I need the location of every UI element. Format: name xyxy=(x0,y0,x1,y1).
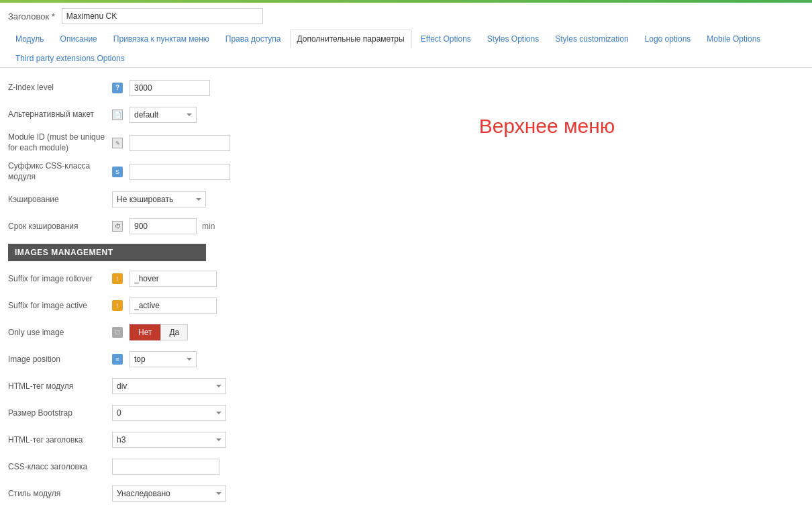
rollover-input[interactable] xyxy=(130,271,217,287)
zindex-label: Z-index level xyxy=(8,83,112,93)
image-position-select[interactable]: top bottom left right xyxy=(130,351,197,367)
rollover-row: Suffix for image rollover ! xyxy=(8,269,274,288)
cache-field-group: Не кэшировать Постоянное кэширование Про… xyxy=(112,191,206,207)
alt-layout-label: Альтернативный макет xyxy=(8,109,112,120)
active-suffix-label: Suffix for image active xyxy=(8,301,112,312)
html-tag-label: HTML-тег модуля xyxy=(8,381,112,392)
module-id-input[interactable] xyxy=(130,135,230,151)
heading-tag-row: HTML-тег заголовка h1 h2 h3 h4 h5 h6 xyxy=(8,430,274,449)
bootstrap-label: Размер Bootstrap xyxy=(8,408,112,419)
cache-label: Кэширование xyxy=(8,195,112,205)
only-image-icon: □ xyxy=(112,326,124,338)
image-position-row: Image position ≡ top bottom left right xyxy=(8,350,274,369)
content-area: Z-index level ? Альтернативный макет 📄 d… xyxy=(0,68,812,511)
alt-layout-select[interactable]: default xyxy=(130,107,197,123)
active-suffix-input[interactable] xyxy=(130,297,217,314)
css-suffix-icon: S xyxy=(112,166,124,178)
tab-prava[interactable]: Права доступа xyxy=(218,30,289,48)
only-image-info-icon: □ xyxy=(112,327,123,338)
title-input[interactable] xyxy=(62,8,263,24)
preview-text: Верхнее меню xyxy=(479,115,615,138)
tab-logo[interactable]: Logo options xyxy=(638,30,699,48)
heading-tag-select[interactable]: h1 h2 h3 h4 h5 h6 xyxy=(112,432,226,448)
only-image-yes-button[interactable]: Да xyxy=(160,324,188,340)
tab-privyazka[interactable]: Привязка к пунктам меню xyxy=(106,30,217,48)
title-label: Заголовок * xyxy=(8,11,55,21)
module-id-label: Module ID (must be unique for each modul… xyxy=(8,132,112,153)
image-position-icon: ≡ xyxy=(112,353,124,365)
image-position-field-group: ≡ top bottom left right xyxy=(112,351,197,367)
tab-effect[interactable]: Effect Options xyxy=(413,30,478,48)
active-suffix-icon: ! xyxy=(112,299,124,312)
alt-layout-page-icon: 📄 xyxy=(112,109,123,120)
tab-opisanie[interactable]: Описание xyxy=(53,30,105,48)
alt-layout-field-group: 📄 default xyxy=(112,107,197,123)
active-suffix-row: Suffix for image active ! xyxy=(8,296,274,315)
cache-row: Кэширование Не кэшировать Постоянное кэш… xyxy=(8,190,274,209)
html-tag-select[interactable]: div span section article xyxy=(112,378,226,394)
module-id-row: Module ID (must be unique for each modul… xyxy=(8,132,274,153)
module-style-label: Стиль модуля xyxy=(8,489,112,500)
active-suffix-warning-icon: ! xyxy=(112,300,123,311)
bootstrap-field-group: 0 1234 5678 9101112 xyxy=(112,405,226,421)
css-suffix-info-icon: S xyxy=(112,167,123,177)
rollover-field-group: ! xyxy=(112,271,217,287)
tab-third[interactable]: Third party extensions Options xyxy=(8,49,132,67)
cache-duration-field-group: ⏱ min xyxy=(112,218,215,234)
right-panel: Верхнее меню xyxy=(282,75,812,511)
css-suffix-row: Суффикс CSS-класса модуля S xyxy=(8,161,274,182)
cache-duration-input[interactable] xyxy=(130,218,197,234)
tab-dop[interactable]: Дополнительные параметры xyxy=(290,30,412,48)
zindex-icon: ? xyxy=(112,82,124,94)
only-image-no-button[interactable]: Нет xyxy=(130,324,160,340)
images-management-header: IMAGES MANAGEMENT xyxy=(8,244,206,261)
tab-modul[interactable]: Модуль xyxy=(8,30,52,48)
tab-mobile[interactable]: Mobile Options xyxy=(699,30,768,48)
module-style-field-group: Унаследовано Нет По умолчанию Rounded Ou… xyxy=(112,485,226,502)
zindex-input[interactable] xyxy=(130,80,210,96)
css-suffix-input[interactable] xyxy=(130,164,230,180)
css-class-field-group xyxy=(112,459,219,475)
cache-duration-suffix: min xyxy=(202,222,215,231)
css-class-input[interactable] xyxy=(112,459,219,475)
module-id-icon: ✎ xyxy=(112,137,124,149)
zindex-field-group: ? xyxy=(112,80,210,96)
css-suffix-label: Суффикс CSS-класса модуля xyxy=(8,161,112,182)
heading-tag-label: HTML-тег заголовка xyxy=(8,435,112,446)
active-suffix-field-group: ! xyxy=(112,297,217,314)
cache-duration-icon: ⏱ xyxy=(112,220,124,232)
header-row: Заголовок * xyxy=(0,3,812,30)
rollover-icon: ! xyxy=(112,273,124,285)
css-suffix-field-group: S xyxy=(112,164,230,180)
zindex-info-icon: ? xyxy=(112,83,123,93)
html-tag-row: HTML-тег модуля div span section article xyxy=(8,377,274,396)
only-image-label: Only use image xyxy=(8,328,112,338)
heading-tag-field-group: h1 h2 h3 h4 h5 h6 xyxy=(112,432,226,448)
alt-layout-icon: 📄 xyxy=(112,109,124,121)
image-position-label: Image position xyxy=(8,355,112,365)
only-image-row: Only use image □ Нет Да xyxy=(8,323,274,342)
module-style-select[interactable]: Унаследовано Нет По умолчанию Rounded Ou… xyxy=(112,485,226,502)
alt-layout-row: Альтернативный макет 📄 default xyxy=(8,105,274,124)
only-image-field-group: □ Нет Да xyxy=(112,324,188,340)
image-position-info-icon: ≡ xyxy=(112,354,123,365)
module-style-row: Стиль модуля Унаследовано Нет По умолчан… xyxy=(8,484,274,503)
tab-styles[interactable]: Styles Options xyxy=(480,30,546,48)
left-panel: Z-index level ? Альтернативный макет 📄 d… xyxy=(0,75,282,511)
cache-select[interactable]: Не кэшировать Постоянное кэширование Про… xyxy=(112,191,206,207)
rollover-warning-icon: ! xyxy=(112,273,123,284)
module-id-field-group: ✎ xyxy=(112,135,230,151)
module-id-page-icon: ✎ xyxy=(112,138,123,148)
only-image-btn-group: Нет Да xyxy=(130,324,188,340)
zindex-row: Z-index level ? xyxy=(8,79,274,97)
cache-duration-row: Срок кэширования ⏱ min xyxy=(8,217,274,236)
rollover-label: Suffix for image rollover xyxy=(8,274,112,285)
cache-duration-page-icon: ⏱ xyxy=(112,221,123,232)
css-class-label: CSS-класс заголовка xyxy=(8,462,112,473)
bootstrap-select[interactable]: 0 1234 5678 9101112 xyxy=(112,405,226,421)
css-class-row: CSS-класс заголовка xyxy=(8,457,274,476)
tab-styles-custom[interactable]: Styles customization xyxy=(548,30,636,48)
tabs-container: Модуль Описание Привязка к пунктам меню … xyxy=(0,30,812,68)
bootstrap-row: Размер Bootstrap 0 1234 5678 9101112 xyxy=(8,404,274,422)
html-tag-field-group: div span section article xyxy=(112,378,226,394)
